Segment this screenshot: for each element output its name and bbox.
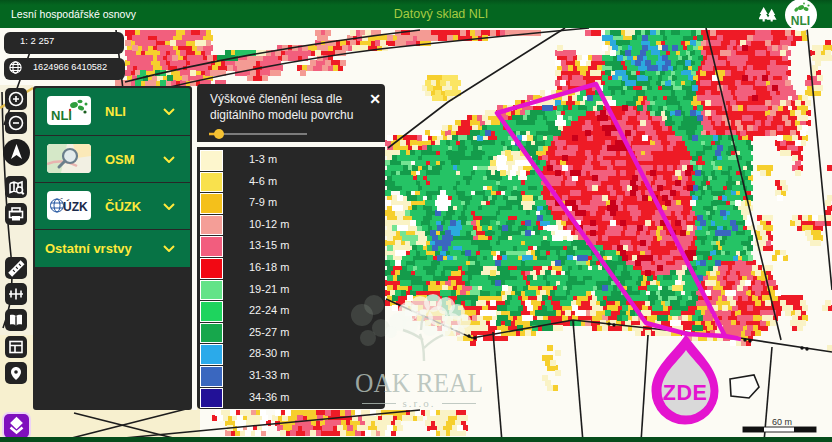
svg-text:NLI: NLI bbox=[791, 14, 810, 28]
svg-text:ZDE: ZDE bbox=[663, 381, 708, 405]
svg-text:60 m: 60 m bbox=[772, 417, 792, 427]
svg-text:ÚZK: ÚZK bbox=[63, 199, 88, 214]
svg-text:NLI: NLI bbox=[51, 108, 72, 123]
